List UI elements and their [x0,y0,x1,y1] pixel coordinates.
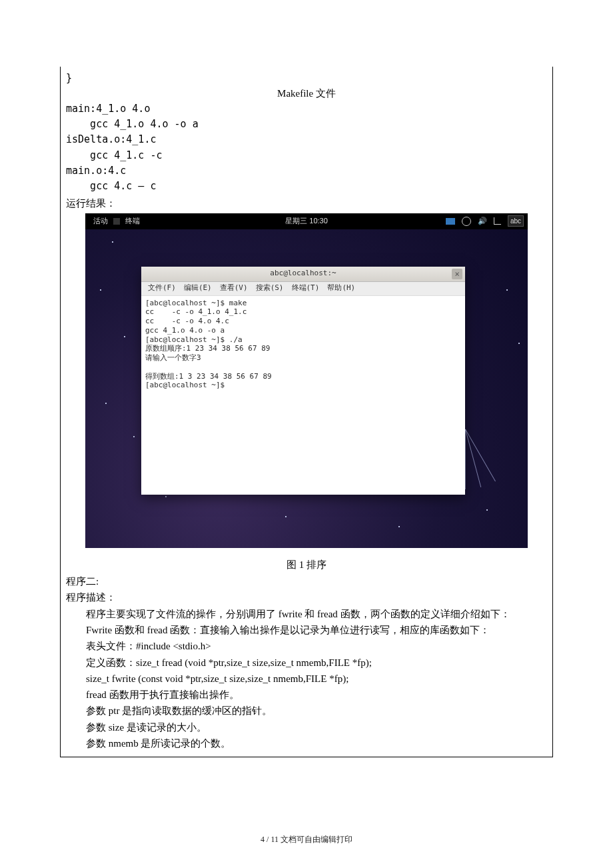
line-p5: 表头文件：#include <stdio.h> [66,638,547,654]
menu-search[interactable]: 搜索(S) [256,283,284,294]
makefile-line-6: gcc 4.c – c [66,179,547,194]
embedded-screenshot: 活动 终端 星期三 10:30 🔊 abc [85,213,528,548]
line-p6: 定义函数：size_t fread (void *ptr,size_t size… [66,655,547,671]
terminal-titlebar[interactable]: abc@localhost:~ × [141,267,465,282]
menu-view[interactable]: 查看(V) [220,283,248,294]
code-closing-brace: } [66,71,547,86]
line-program-2: 程序二: [66,576,99,587]
figure-caption: 图 1 排序 [66,553,547,574]
files-tray-icon[interactable] [446,218,455,225]
line-p9: 参数 ptr 是指向读取数据的缓冲区的指针。 [66,703,547,719]
ime-indicator[interactable]: abc [508,215,524,227]
terminal-title-text: abc@localhost:~ [270,268,336,279]
line-p7: size_t fwrite (const void *ptr,size_t si… [66,671,547,687]
body-text: 程序二: 程序描述： 程序主要实现了文件流的操作，分别调用了 fwrite 和 … [66,573,547,751]
system-tray: 🔊 abc [446,215,524,227]
desktop-wallpaper: abc@localhost:~ × 文件(F) 编辑(E) 查看(V) 搜索(S… [85,229,528,548]
close-icon[interactable]: × [452,269,462,279]
menu-help[interactable]: 帮助(H) [327,283,355,294]
line-description-label: 程序描述： [66,592,116,603]
terminal-window[interactable]: abc@localhost:~ × 文件(F) 编辑(E) 查看(V) 搜索(S… [141,267,465,495]
makefile-line-3: isDelta.o:4_1.c [66,132,547,147]
menu-file[interactable]: 文件(F) [148,283,176,294]
makefile-line-1: main:4_1.o 4.o [66,101,547,117]
activities-button[interactable]: 活动 [93,215,108,227]
line-p3: 程序主要实现了文件流的操作，分别调用了 fwrite 和 fread 函数，两个… [66,606,547,622]
accessibility-icon[interactable] [462,217,471,226]
terminal-app-icon [113,218,120,225]
page-footer: 4 / 11 文档可自由编辑打印 [0,833,613,845]
makefile-heading: Makefile 文件 [66,86,547,101]
makefile-line-5: main.o:4.c [66,163,547,179]
line-p8: fread 函数用于执行直接输出操作。 [66,687,547,703]
line-p4: Fwrite 函数和 fread 函数：直接输入输出操作是以记录为单位进行读写，… [66,622,547,638]
terminal-output[interactable]: [abc@localhost ~]$ make cc -c -o 4_1.o 4… [141,296,465,495]
network-icon[interactable] [494,217,501,225]
run-result-label: 运行结果： [66,195,547,211]
menu-edit[interactable]: 编辑(E) [184,283,212,294]
content-box: } Makefile 文件 main:4_1.o 4.o gcc 4_1.o 4… [60,67,553,757]
menu-terminal[interactable]: 终端(T) [292,283,320,294]
gnome-topbar: 活动 终端 星期三 10:30 🔊 abc [85,213,528,229]
line-p11: 参数 nmemb 是所读记录的个数。 [66,735,547,751]
line-p10: 参数 size 是读记录的大小。 [66,719,547,735]
volume-icon[interactable]: 🔊 [478,215,487,227]
document-page: } Makefile 文件 main:4_1.o 4.o gcc 4_1.o 4… [0,0,613,868]
terminal-menubar: 文件(F) 编辑(E) 查看(V) 搜索(S) 终端(T) 帮助(H) [141,282,465,296]
makefile-line-4: gcc 4_1.c -c [66,148,547,163]
app-name-label[interactable]: 终端 [125,215,140,227]
makefile-line-2: gcc 4_1.o 4.o -o a [66,117,547,132]
